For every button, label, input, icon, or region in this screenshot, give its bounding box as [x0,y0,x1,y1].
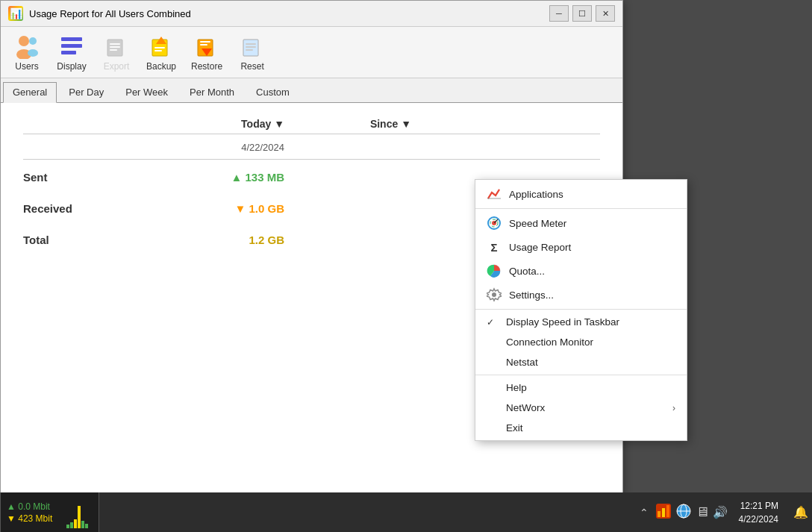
menu-item-connection-monitor[interactable]: Connection Monitor [475,332,687,352]
bar-6 [85,524,88,528]
reset-label: Reset [240,61,263,72]
menu-item-netstat[interactable]: Netstat [475,352,687,372]
svg-rect-22 [246,49,253,51]
svg-rect-33 [666,505,669,517]
maximize-button[interactable]: ☐ [572,5,592,22]
reset-icon [239,33,266,60]
monitor-icon[interactable]: 🖥 [696,504,709,520]
toolbar-display[interactable]: Display [53,31,90,74]
quota-icon [487,263,502,278]
users-icon [13,33,40,60]
backup-label: Backup [146,61,176,72]
total-label: Total [23,234,172,246]
sent-today: 133 MB [172,171,284,184]
toolbar-export[interactable]: Export [98,31,135,74]
close-button[interactable]: ✕ [596,5,615,22]
speed-up-value: ▲ 0.0 Mbit [7,501,50,512]
connection-monitor-label: Connection Monitor [506,337,675,348]
networx-label: NetWorx [506,402,665,413]
menu-item-settings[interactable]: Settings... [475,283,687,307]
svg-rect-9 [110,46,120,48]
toolbar-restore[interactable]: Restore [187,31,226,74]
total-today: 1.2 GB [172,234,284,246]
help-label: Help [506,382,675,393]
netmon-area: ▲ 0.0 Mbit ▼ 423 Mbit [0,492,99,532]
display-label: Display [57,61,86,72]
bar-3 [74,519,77,528]
title-bar: 📊 Usage Report for All Users Combined ─ … [1,1,622,27]
window-controls: ─ ☐ ✕ [549,5,615,22]
applications-icon [487,187,502,201]
svg-point-2 [29,37,37,45]
export-icon [103,33,130,60]
svg-rect-31 [658,511,660,517]
restore-label: Restore [191,61,222,72]
toolbar-reset[interactable]: Reset [234,31,271,74]
tab-custom[interactable]: Custom [246,82,299,102]
bar-4 [78,506,81,528]
tabs-bar: General Per Day Per Week Per Month Custo… [1,78,622,103]
received-today: 1.0 GB [172,202,284,215]
received-label: Received [23,202,172,215]
tab-general[interactable]: General [3,82,57,103]
display-icon [58,33,85,60]
settings-label: Settings... [509,290,675,301]
minimize-button[interactable]: ─ [549,5,569,22]
menu-separator-1 [475,208,687,209]
networx-tray-icon[interactable] [655,503,672,522]
netstat-label: Netstat [506,357,675,368]
menu-separator-3 [475,375,687,375]
bar-1 [66,525,69,528]
quota-label: Quota... [509,266,675,277]
tab-per-month[interactable]: Per Month [180,82,244,102]
tab-per-day[interactable]: Per Day [59,82,113,102]
backup-icon [148,33,175,60]
globe-icon[interactable] [675,503,692,522]
svg-rect-32 [662,508,665,517]
menu-item-exit[interactable]: Exit [475,418,687,438]
col-since-header[interactable]: Since ▼ [299,118,411,130]
usage-report-label: Usage Report [509,242,675,253]
svg-rect-18 [200,44,207,46]
applications-label: Applications [509,189,675,200]
exit-label: Exit [506,422,675,434]
clock-time: 12:21 PM [739,499,778,513]
menu-item-applications[interactable]: Applications [475,182,687,206]
networx-arrow: › [672,403,675,413]
svg-point-0 [19,36,29,46]
menu-item-display-speed[interactable]: ✓ Display Speed in Taskbar [475,312,687,332]
svg-rect-8 [110,43,120,45]
display-speed-check: ✓ [487,317,499,328]
svg-rect-14 [154,50,162,51]
menu-item-speed-meter[interactable]: Speed Meter [475,211,687,235]
col-today-header[interactable]: Today ▼ [172,118,284,130]
volume-icon[interactable]: 🔊 [713,505,728,519]
svg-rect-23 [487,198,501,199]
speed-values: ▲ 0.0 Mbit ▼ 423 Mbit [7,501,66,524]
speed-meter-icon [487,216,502,231]
menu-item-help[interactable]: Help [475,378,687,398]
tray-expand-button[interactable]: ⌃ [637,507,652,519]
display-speed-label: Display Speed in Taskbar [506,316,675,328]
toolbar-users[interactable]: Users [8,31,46,74]
window-title: Usage Report for All Users Combined [29,8,549,19]
svg-rect-5 [61,44,82,48]
svg-rect-4 [61,37,82,41]
settings-icon [487,287,502,302]
today-date: 4/22/2024 [172,142,284,153]
menu-item-networx[interactable]: NetWorx › [475,398,687,418]
taskbar-clock: 12:21 PM 4/22/2024 [731,499,786,526]
svg-rect-6 [61,51,76,54]
svg-rect-20 [246,43,256,45]
tab-per-week[interactable]: Per Week [116,82,178,102]
menu-item-usage-report[interactable]: Σ Usage Report [475,235,687,259]
app-icon: 📊 [8,6,23,21]
notification-button[interactable]: 🔔 [790,505,812,519]
toolbar-backup[interactable]: Backup [143,31,180,74]
svg-point-29 [492,292,496,297]
export-label: Export [104,61,130,72]
menu-item-quota[interactable]: Quota... [475,259,687,283]
col-label-header [23,118,172,130]
svg-point-3 [28,49,38,57]
svg-rect-13 [154,47,165,48]
